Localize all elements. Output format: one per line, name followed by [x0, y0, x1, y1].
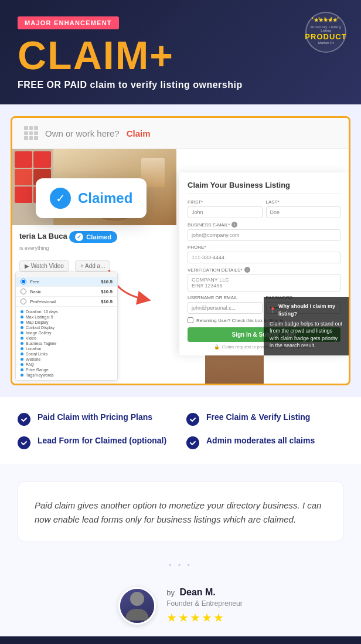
listing-info: teria La Buca ✓ Claimed is everything	[12, 225, 176, 257]
feature-duration: Duration: 10 days	[21, 309, 113, 314]
badge-product-label: PRODUCT	[305, 32, 346, 41]
form-verification-group: VERIFICATION DETAILS* i COMPANY LLC EIN#…	[188, 267, 340, 292]
dots-divider: • • •	[18, 555, 343, 575]
claim-form-panel: Claim Your Business Listing FIRST* LAST*…	[179, 172, 349, 355]
title-plus: +	[149, 33, 174, 77]
feature-text-1: Paid Claim with Pricing Plans	[38, 412, 152, 422]
feature-tags-text: Tags/Keywords	[26, 373, 53, 377]
check-icon-4	[186, 436, 199, 449]
plan-free-radio[interactable]	[21, 279, 26, 284]
badge-line1: Directory Listing	[305, 25, 346, 29]
feature-price-range: Price Range	[21, 367, 113, 372]
returning-user-checkbox[interactable]	[188, 317, 193, 323]
form-last-group: LAST*	[266, 199, 341, 218]
verification-info-icon: i	[244, 267, 250, 273]
author-prefix-row: by Dean M.	[166, 587, 242, 598]
testimonial-text: Paid claim gives another option to monet…	[35, 499, 326, 527]
form-first-input[interactable]	[188, 206, 263, 218]
form-verification-line1: COMPANY LLC	[192, 277, 336, 283]
feature-row-2: Free Claim & Verify Listing	[186, 412, 343, 426]
feature-listings-text: Max Listings: 5	[26, 315, 53, 319]
listing-tagline: is everything	[19, 245, 169, 251]
listing-name-text: teria La Buca	[19, 232, 67, 240]
watch-video-btn[interactable]: ▶ Watch Video	[19, 260, 69, 272]
feature-gallery: Image Gallery	[21, 330, 113, 335]
feature-text-3: Lead Form for Claimed (optional)	[38, 435, 166, 446]
form-first-group: FIRST*	[188, 199, 263, 218]
claimed-overlay: ✓ Claimed	[36, 178, 147, 218]
plan-pro-name: Professional	[30, 299, 97, 304]
feature-duration-text: Duration: 10 days	[26, 310, 58, 314]
badge-line3: Market Fit	[305, 41, 346, 45]
author-avatar-image	[120, 589, 154, 623]
subtitle: FREE OR PAID claim to verify listing own…	[18, 80, 343, 90]
form-last-input[interactable]	[266, 206, 341, 218]
feature-row-1: Paid Claim with Pricing Plans	[18, 412, 175, 426]
email-info-icon: i	[231, 222, 237, 228]
plan-basic-name: Basic	[30, 289, 97, 294]
claimed-big-icon: ✓	[50, 188, 71, 209]
feature-video: Video	[21, 335, 113, 341]
feature-tagline-text: Business Tagline	[26, 341, 56, 345]
author-stars: ★★★★★	[166, 611, 242, 625]
form-title: Claim Your Business Listing	[188, 181, 340, 194]
feature-text-2: Free Claim & Verify Listing	[206, 412, 310, 422]
why-claim-body: Claim badge helps to stand out from the …	[270, 320, 343, 350]
plan-pro-price: $10.5	[101, 299, 113, 304]
testimonial-box: Paid claim gives another option to monet…	[18, 482, 343, 541]
form-last-label: LAST*	[266, 199, 341, 205]
plan-basic-radio[interactable]	[21, 289, 26, 294]
author-info: by Dean M. Founder & Entrepreneur ★★★★★	[166, 587, 242, 625]
form-phone-label: PHONE*	[188, 245, 340, 250]
feature-social-text: Social Links	[26, 352, 47, 356]
author-name: Dean M.	[179, 587, 215, 597]
feature-website-text: Website	[26, 357, 40, 361]
claim-bar: Own or work here? Claim	[12, 118, 349, 149]
feature-gallery-text: Image Gallery	[26, 331, 52, 335]
feature-price-range-text: Price Range	[26, 368, 49, 372]
feature-row-3: Lead Form for Claimed (optional)	[18, 435, 175, 449]
feature-location-text: Location	[26, 347, 41, 351]
claim-bar-link[interactable]: Claim	[127, 128, 151, 138]
svg-point-0	[130, 592, 144, 606]
plan-basic-price: $10.5	[101, 289, 113, 294]
feature-faq-text: FAQ	[26, 362, 34, 367]
feature-contact: Contact Display	[21, 325, 113, 330]
form-username-input[interactable]	[188, 302, 263, 314]
form-username-group: USERNAME OR EMAIL	[188, 295, 263, 314]
major-badge: MAJOR ENHANCEMENT	[18, 16, 119, 29]
claimed-check-icon: ✓	[75, 233, 83, 241]
feature-listings: Max Listings: 5	[21, 314, 113, 320]
why-claim-box: 📍 Why should I claim my listing? Claim b…	[264, 297, 349, 355]
author-avatar	[118, 587, 156, 625]
plan-pro-radio[interactable]	[21, 299, 26, 304]
features-list: Duration: 10 days Max Listings: 5 Map Di…	[16, 307, 117, 380]
pricing-row-basic[interactable]: Basic $10.5	[16, 287, 117, 297]
small-claimed-badge: ✓ Claimed	[69, 231, 117, 243]
check-icon-1	[18, 413, 30, 426]
author-title: Founder & Entrepreneur	[166, 599, 242, 608]
listing-area: teria La Buca ✓ Claimed is everything ▶ …	[12, 149, 349, 384]
title-text: CLAIM	[18, 33, 149, 77]
check-icon-3	[18, 436, 30, 449]
features-grid: Paid Claim with Pricing Plans Free Claim…	[18, 412, 343, 449]
form-email-input[interactable]	[188, 229, 340, 241]
pricing-header	[16, 272, 117, 277]
listing-left: teria La Buca ✓ Claimed is everything ▶ …	[12, 149, 176, 384]
feature-row-4: Admin moderates all claims	[186, 435, 343, 449]
feature-tagline: Business Tagline	[21, 341, 113, 346]
form-email-label: BUSINESS E-MAIL* i	[188, 222, 340, 228]
features-section: Paid Claim with Pricing Plans Free Claim…	[0, 397, 361, 464]
pricing-row-free[interactable]: Free $10.5	[16, 277, 117, 287]
header-section: MAJOR ENHANCEMENT ✦ ✦ ✦ ✦ ✦ Directory Li…	[0, 0, 361, 104]
author-section: by Dean M. Founder & Entrepreneur ★★★★★	[18, 587, 343, 625]
check-icon-2	[186, 413, 199, 426]
claim-bar-text: Own or work here?	[45, 128, 120, 138]
form-note-icon: 🔒	[214, 344, 220, 350]
form-phone-input[interactable]	[188, 252, 340, 263]
plan-free-name: Free	[30, 279, 97, 284]
form-verification-line2: EIN# 123456	[192, 283, 336, 289]
screenshot-section: Own or work here? Claim	[0, 104, 361, 397]
pricing-row-pro[interactable]: Professional $10.5	[16, 297, 117, 307]
feature-tags: Tags/Keywords	[21, 372, 113, 378]
